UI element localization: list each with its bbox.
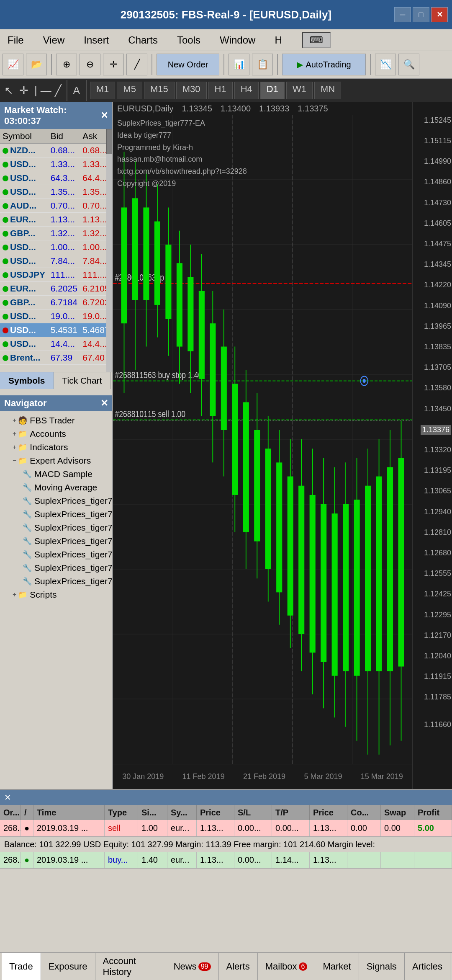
menu-file[interactable]: File (4, 33, 27, 48)
market-watch-row[interactable]: NZD... 0.68... 0.68... (0, 144, 112, 157)
market-watch-row[interactable]: USD... 5.4531 5.4687 (0, 323, 112, 337)
status-dot (3, 245, 8, 250)
market-watch-close[interactable]: ✕ (100, 110, 108, 121)
col-type: Type (105, 805, 138, 820)
price-label: 1.12940 (424, 508, 451, 516)
menu-tools[interactable]: Tools (174, 33, 204, 48)
cell-curprice-2: 1.13... (310, 852, 347, 868)
tab-account-history[interactable]: Account History (95, 953, 166, 980)
keyboard-button[interactable]: ⌨ (302, 32, 331, 48)
crosshair-tool[interactable]: ✛ (19, 84, 28, 97)
nav-suplex-7[interactable]: 🔧 SuplexPrices_tiger777 (3, 575, 110, 588)
tab-tick-chart[interactable]: Tick Chart (54, 372, 111, 389)
nav-suplex-2[interactable]: 🔧 SuplexPrices_tiger777 (3, 508, 110, 521)
indicators-button[interactable]: 📊 (229, 54, 249, 75)
market-watch-row[interactable]: USD... 1.33... 1.33... (0, 157, 112, 171)
tab-signals[interactable]: Signals (359, 953, 405, 980)
market-watch-row[interactable]: GBP... 6.7184 6.7202 (0, 296, 112, 309)
close-button[interactable]: ✕ (431, 7, 448, 22)
nav-fbs-trader[interactable]: + 🧑 FBS Trader (3, 414, 110, 427)
menu-insert[interactable]: Insert (80, 33, 112, 48)
menu-charts[interactable]: Charts (125, 33, 161, 48)
trend-line[interactable]: ╱ (55, 84, 62, 97)
market-watch-row[interactable]: EUR... 6.2025 6.2105 (0, 282, 112, 296)
navigator-close[interactable]: ✕ (100, 398, 108, 409)
market-watch-scrollbar[interactable] (106, 129, 112, 372)
market-watch-row[interactable]: EUR... 1.13... 1.13... (0, 213, 112, 227)
market-watch-row[interactable]: Brent... 67.39 67.40 (0, 351, 112, 365)
price-label: 1.14220 (424, 281, 451, 289)
chart-area[interactable]: EURUSD,Daily 1.13345 1.13400 1.13933 1.1… (113, 102, 452, 789)
search-button[interactable]: 🔍 (398, 54, 419, 75)
tab-news[interactable]: News99 (166, 953, 219, 980)
market-watch-title: Market Watch: 03:00:37 (4, 105, 100, 126)
cell-profit-1: 5.00 (414, 820, 452, 836)
nav-suplex-5[interactable]: 🔧 SuplexPrices_tiger777 (3, 548, 110, 561)
crosshair-button[interactable]: ✛ (103, 54, 124, 75)
open-button[interactable]: 📂 (26, 54, 47, 75)
bid-cell: 1.00... (48, 240, 80, 254)
nav-suplex-4[interactable]: 🔧 SuplexPrices_tiger777 (3, 534, 110, 548)
template-button[interactable]: 📋 (252, 54, 273, 75)
tf-m1[interactable]: M1 (90, 82, 116, 99)
tab-symbols[interactable]: Symbols (0, 372, 54, 389)
market-watch-row[interactable]: USD... 1.35... 1.35... (0, 185, 112, 199)
symbol-cell: USD... (0, 254, 48, 268)
tab-alerts[interactable]: Alerts (219, 953, 258, 980)
tf-m5[interactable]: M5 (117, 82, 142, 99)
nav-suplex-1[interactable]: 🔧 SuplexPrices_tiger777 (3, 494, 110, 508)
tf-m15[interactable]: M15 (144, 82, 175, 99)
zoom-in-button[interactable]: ⊕ (56, 54, 77, 75)
menu-window[interactable]: Window (216, 33, 259, 48)
select-tool[interactable]: ↖ (4, 84, 13, 97)
market-watch-row[interactable]: GBP... 1.32... 1.32... (0, 227, 112, 240)
tab-exposure[interactable]: Exposure (41, 953, 95, 980)
tab-mailbox[interactable]: Mailbox6 (258, 953, 316, 980)
nav-suplex-3[interactable]: 🔧 SuplexPrices_tiger777 (3, 521, 110, 534)
nav-expert-advisors[interactable]: − 📁 Expert Advisors (3, 454, 110, 467)
cell-time-2: 2019.03.19 ... (33, 852, 105, 868)
nav-scripts[interactable]: + 📁 Scripts (3, 588, 110, 601)
new-order-button[interactable]: New Order (157, 54, 219, 75)
menu-view[interactable]: View (40, 33, 68, 48)
line-button[interactable]: ╱ (126, 54, 147, 75)
market-watch-row[interactable]: USD... 19.0... 19.0... (0, 309, 112, 323)
horizontal-line[interactable]: — (41, 84, 51, 97)
scrollbar-thumb[interactable] (106, 129, 112, 154)
market-watch-row[interactable]: USD... 1.00... 1.00... (0, 240, 112, 254)
nav-moving-avg[interactable]: 🔧 Moving Average (3, 481, 110, 494)
vertical-line[interactable]: | (34, 84, 37, 97)
tf-h1[interactable]: H1 (208, 82, 233, 99)
minimize-button[interactable]: ─ (394, 7, 411, 22)
tf-m30[interactable]: M30 (176, 82, 207, 99)
tf-d1[interactable]: D1 (260, 82, 285, 99)
nav-indicators[interactable]: + 📁 Indicators (3, 441, 110, 454)
market-watch-row[interactable]: AUD... 0.70... 0.70... (0, 199, 112, 213)
tab-market[interactable]: Market (315, 953, 359, 980)
autotrading-button[interactable]: ▶ AutoTrading (282, 54, 366, 75)
market-watch-row[interactable]: USDJPY 111.... 111.... (0, 268, 112, 282)
chart-shift-button[interactable]: 📉 (375, 54, 396, 75)
tab-articles[interactable]: Articles (405, 953, 450, 980)
new-chart-button[interactable]: 📈 (3, 54, 23, 75)
terminal-close-btn[interactable]: ✕ (4, 792, 11, 802)
tf-h4[interactable]: H4 (234, 82, 259, 99)
tf-mn[interactable]: MN (314, 82, 341, 99)
tf-w1[interactable]: W1 (286, 82, 313, 99)
chart-canvas[interactable]: #268010563 tp #268811563 buy stop 1.40 #… (113, 115, 412, 764)
market-watch-row[interactable]: USD... 14.4... 14.4... (0, 337, 112, 351)
menu-help[interactable]: H (271, 33, 285, 48)
svg-rect-34 (165, 245, 171, 319)
nav-accounts[interactable]: + 📁 Accounts (3, 427, 110, 441)
toolbar-separator-5 (370, 54, 371, 75)
market-watch-row[interactable]: USD... 64.3... 64.4... (0, 171, 112, 185)
status-dot (3, 189, 8, 195)
nav-macd[interactable]: 🔧 MACD Sample (3, 467, 110, 481)
maximize-button[interactable]: □ (413, 7, 429, 22)
tab-trade[interactable]: Trade (2, 953, 41, 980)
market-watch-row[interactable]: USD... 7.84... 7.84... (0, 254, 112, 268)
nav-suplex-6[interactable]: 🔧 SuplexPrices_tiger777 (3, 561, 110, 575)
svg-rect-60 (310, 495, 316, 652)
text-tool[interactable]: A (73, 85, 80, 96)
zoom-out-button[interactable]: ⊖ (80, 54, 100, 75)
